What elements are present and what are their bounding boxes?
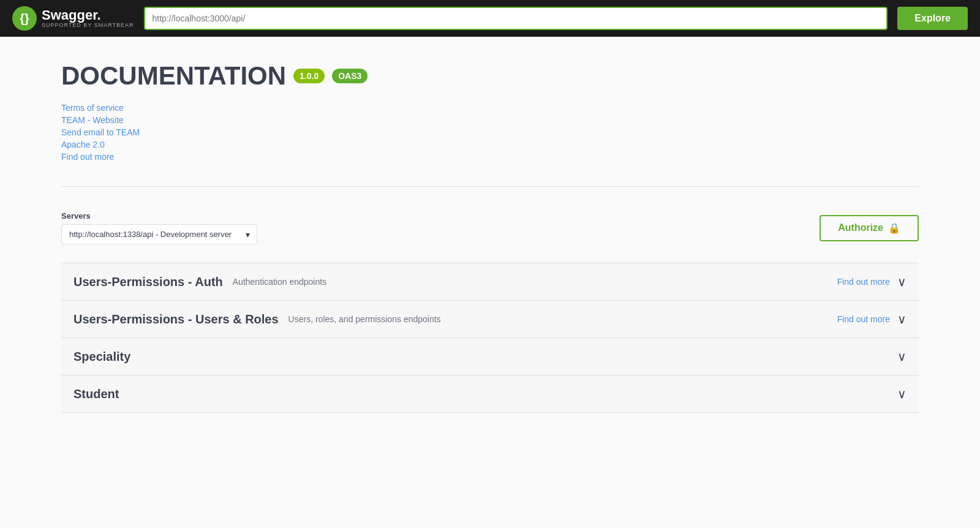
find-out-more-info-link[interactable]: Find out more [61, 152, 919, 162]
search-input[interactable] [144, 7, 888, 30]
student-chevron-down-icon: ∨ [897, 387, 907, 401]
swagger-logo-icon: {} [12, 6, 37, 31]
title-section: DOCUMENTATION 1.0.0 OAS3 Terms of servic… [61, 61, 919, 162]
users-roles-find-out-more-link[interactable]: Find out more [837, 314, 890, 324]
api-section-auth-header[interactable]: Users-Permissions - Auth Authentication … [61, 263, 919, 300]
doc-title: DOCUMENTATION [61, 61, 286, 91]
servers-select[interactable]: http://localhost:1338/api - Development … [61, 224, 257, 244]
api-section-users-roles-desc: Users, roles, and permissions endpoints [288, 314, 441, 324]
logo-area: {} Swagger. Supported by SMARTBEAR [12, 6, 134, 31]
api-section-student-right: ∨ [897, 387, 907, 401]
divider-top [61, 186, 919, 187]
smartbear-label: Supported by SMARTBEAR [42, 22, 134, 28]
send-email-link[interactable]: Send email to TEAM [61, 127, 919, 137]
header: {} Swagger. Supported by SMARTBEAR Explo… [0, 0, 980, 37]
lock-icon: 🔒 [888, 222, 900, 234]
servers-label: Servers [61, 211, 257, 221]
servers-select-wrapper: http://localhost:1338/api - Development … [61, 224, 257, 244]
api-section-student-title-area: Student [74, 387, 119, 401]
auth-chevron-down-icon: ∨ [897, 274, 907, 289]
api-section-speciality-right: ∨ [897, 349, 907, 364]
servers-section: Servers http://localhost:1338/api - Deve… [61, 199, 919, 263]
team-website-link[interactable]: TEAM - Website [61, 115, 919, 125]
servers-left: Servers http://localhost:1338/api - Deve… [61, 211, 257, 244]
api-section-auth-right: Find out more ∨ [837, 274, 907, 289]
api-section-speciality-title: Speciality [74, 350, 130, 364]
api-section-speciality-title-area: Speciality [74, 350, 130, 364]
api-section-student: Student ∨ [61, 375, 919, 413]
api-section-users-roles-right: Find out more ∨ [837, 312, 907, 326]
users-roles-chevron-down-icon: ∨ [897, 312, 907, 326]
terms-of-service-link[interactable]: Terms of service [61, 103, 919, 113]
info-links: Terms of service TEAM - Website Send ema… [61, 103, 919, 162]
api-section-auth-title-area: Users-Permissions - Auth Authentication … [74, 275, 326, 289]
explore-button[interactable]: Explore [897, 7, 968, 30]
api-section-speciality-header[interactable]: Speciality ∨ [61, 338, 919, 375]
api-section-speciality: Speciality ∨ [61, 338, 919, 375]
api-section-auth-desc: Authentication endpoints [233, 277, 326, 287]
main-content: DOCUMENTATION 1.0.0 OAS3 Terms of servic… [43, 37, 937, 437]
api-section-auth-title: Users-Permissions - Auth [74, 275, 223, 289]
speciality-chevron-down-icon: ∨ [897, 349, 907, 364]
api-section-users-roles: Users-Permissions - Users & Roles Users,… [61, 301, 919, 338]
oas-badge: OAS3 [332, 69, 368, 83]
api-section-student-header[interactable]: Student ∨ [61, 375, 919, 412]
api-sections: Users-Permissions - Auth Authentication … [61, 263, 919, 413]
auth-find-out-more-link[interactable]: Find out more [837, 277, 890, 287]
svg-text:{}: {} [20, 12, 29, 25]
api-section-users-roles-title-area: Users-Permissions - Users & Roles Users,… [74, 312, 441, 326]
api-section-auth: Users-Permissions - Auth Authentication … [61, 263, 919, 301]
authorize-button[interactable]: Authorize 🔒 [820, 215, 919, 241]
swagger-brand: Swagger. [42, 9, 134, 22]
logo-text: Swagger. Supported by SMARTBEAR [42, 9, 134, 28]
api-section-student-title: Student [74, 387, 119, 401]
apache-license-link[interactable]: Apache 2.0 [61, 140, 919, 149]
api-section-users-roles-header[interactable]: Users-Permissions - Users & Roles Users,… [61, 301, 919, 338]
authorize-label: Authorize [838, 222, 883, 233]
version-badge: 1.0.0 [293, 69, 325, 83]
doc-title-row: DOCUMENTATION 1.0.0 OAS3 [61, 61, 919, 91]
api-section-users-roles-title: Users-Permissions - Users & Roles [74, 312, 279, 326]
